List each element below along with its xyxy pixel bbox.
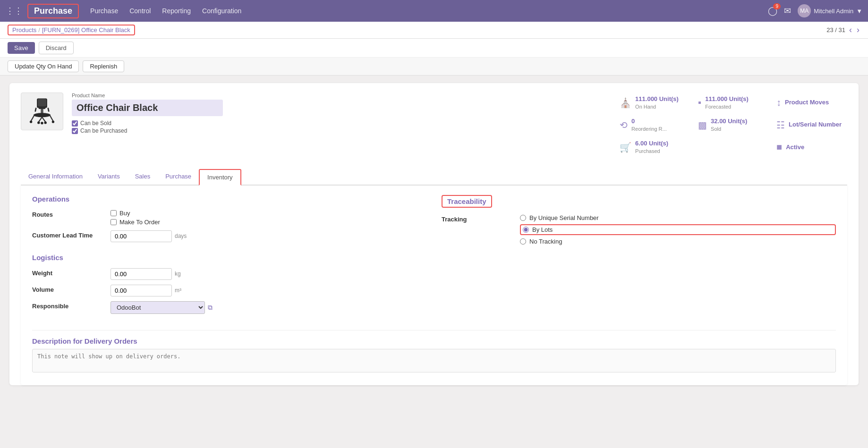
tracking-label: Tracking — [442, 214, 512, 223]
can-be-sold-check[interactable]: Can be Sold — [72, 120, 605, 127]
stat-lot-serial[interactable]: ☷ Lot/Serial Number — [771, 115, 847, 135]
svg-rect-2 — [39, 107, 45, 109]
breadcrumb-separator: / — [38, 26, 40, 34]
tab-general[interactable]: General Information — [21, 169, 90, 186]
inventory-tab-content: Operations Routes Buy M — [21, 186, 847, 385]
svg-point-4 — [34, 113, 51, 117]
grid-icon[interactable]: ⋮⋮ — [6, 6, 23, 16]
tab-variants[interactable]: Variants — [90, 169, 128, 186]
breadcrumb[interactable]: Products / [FURN_0269] Office Chair Blac… — [8, 25, 135, 35]
user-dropdown-icon: ▼ — [856, 8, 862, 15]
lead-time-row: Customer Lead Time days — [32, 230, 426, 242]
can-be-purchased-check[interactable]: Can be Purchased — [72, 127, 605, 134]
lead-time-label: Customer Lead Time — [32, 230, 103, 239]
top-navigation: ⋮⋮ Purchase Purchase Control Reporting C… — [0, 0, 868, 22]
product-image-svg — [25, 96, 59, 127]
responsible-row: Responsible OdooBot ⧉ — [32, 301, 426, 314]
svg-point-13 — [41, 122, 43, 124]
active-value: Active — [786, 144, 804, 152]
purchased-label: Purchased — [635, 148, 668, 154]
breadcrumb-parent[interactable]: Products — [12, 26, 36, 34]
tracking-serial[interactable]: By Unique Serial Number — [520, 214, 836, 221]
weight-unit: kg — [175, 270, 181, 277]
product-checkboxes: Can be Sold Can be Purchased — [72, 120, 605, 134]
stat-reordering[interactable]: ⟲ 0 Reordering R... — [614, 115, 690, 135]
stat-purchased[interactable]: 🛒 6.00 Unit(s) Purchased — [614, 137, 690, 157]
route-buy[interactable]: Buy — [111, 210, 426, 217]
description-title: Description for Delivery Orders — [32, 337, 836, 345]
main-content: Product Name Can be Sold Can be Purchase… — [0, 76, 868, 393]
forecast-icon: ▪ — [698, 97, 701, 108]
notifications-icon[interactable]: ◯ 9 — [768, 6, 777, 16]
sold-icon: ▩ — [698, 119, 707, 131]
nav-configuration[interactable]: Configuration — [202, 7, 241, 15]
responsible-label: Responsible — [32, 301, 103, 310]
stat-sold[interactable]: ▩ 32.00 Unit(s) Sold — [692, 115, 769, 135]
prev-record-button[interactable]: ‹ — [848, 25, 853, 35]
stat-active[interactable]: ■ Active — [771, 137, 847, 157]
active-icon: ■ — [776, 142, 782, 152]
svg-line-6 — [50, 115, 53, 121]
lead-time-input[interactable] — [111, 230, 172, 242]
product-header: Product Name Can be Sold Can be Purchase… — [21, 93, 847, 164]
user-menu[interactable]: MA Mitchell Admin ▼ — [798, 4, 862, 17]
stat-product-moves[interactable]: ↕ Product Moves — [771, 93, 847, 113]
svg-line-5 — [31, 115, 34, 121]
stat-boxes: ⛪ 111.000 Unit(s) On Hand ▪ 111.000 Unit… — [614, 93, 847, 158]
nav-purchase[interactable]: Purchase — [90, 7, 118, 15]
traceability-title: Traceability — [442, 195, 836, 208]
svg-line-8 — [42, 117, 45, 122]
external-link-icon[interactable]: ⧉ — [208, 304, 213, 312]
nav-reporting[interactable]: Reporting — [162, 7, 191, 15]
svg-rect-1 — [38, 99, 46, 106]
purchased-value: 6.00 Unit(s) — [635, 140, 668, 148]
chat-icon[interactable]: ✉ — [784, 6, 791, 16]
product-card: Product Name Can be Sold Can be Purchase… — [9, 83, 859, 385]
tracking-lots[interactable]: By Lots — [520, 224, 836, 235]
svg-point-12 — [44, 121, 47, 124]
discard-button[interactable]: Discard — [39, 42, 74, 54]
tab-inventory[interactable]: Inventory — [199, 169, 241, 186]
can-be-sold-label: Can be Sold — [80, 120, 111, 127]
route-make-to-order[interactable]: Make To Order — [111, 219, 426, 226]
sold-value: 32.00 Unit(s) — [711, 118, 747, 126]
responsible-select[interactable]: OdooBot — [111, 301, 205, 314]
route-mto-label: Make To Order — [119, 219, 160, 226]
next-record-button[interactable]: › — [856, 25, 860, 35]
product-name-input[interactable] — [72, 100, 223, 116]
update-qty-button[interactable]: Update Qty On Hand — [8, 60, 79, 72]
route-buy-label: Buy — [119, 210, 130, 217]
tab-purchase[interactable]: Purchase — [158, 169, 199, 186]
nav-control[interactable]: Control — [129, 7, 151, 15]
action-bar: Save Discard — [0, 39, 868, 58]
tab-sales[interactable]: Sales — [128, 169, 158, 186]
replenish-button[interactable]: Replenish — [83, 60, 124, 72]
on-hand-label: On Hand — [635, 103, 679, 110]
can-be-purchased-label: Can be Purchased — [80, 127, 127, 134]
product-info: Product Name Can be Sold Can be Purchase… — [72, 93, 605, 134]
stat-on-hand[interactable]: ⛪ 111.000 Unit(s) On Hand — [614, 93, 690, 113]
traceability-section: Traceability Tracking By Unique Serial N… — [442, 195, 836, 319]
tracking-lots-label: By Lots — [532, 226, 553, 233]
app-title[interactable]: Purchase — [27, 4, 79, 18]
routes-row: Routes Buy Make To Order — [32, 210, 426, 226]
tracking-row: Tracking By Unique Serial Number By Lots — [442, 214, 836, 245]
on-hand-value: 111.000 Unit(s) — [635, 95, 679, 103]
traceability-title-text: Traceability — [442, 195, 492, 208]
save-button[interactable]: Save — [8, 42, 35, 54]
routes-value: Buy Make To Order — [111, 210, 426, 226]
purchased-icon: 🛒 — [620, 142, 631, 153]
user-name: Mitchell Admin — [814, 8, 853, 15]
stat-forecasted[interactable]: ▪ 111.000 Unit(s) Forecasted — [692, 93, 769, 113]
svg-point-10 — [52, 120, 54, 123]
logistics-title: Logistics — [32, 254, 426, 262]
tracking-none[interactable]: No Tracking — [520, 238, 836, 245]
lot-serial-icon: ☷ — [776, 119, 785, 131]
volume-input[interactable] — [111, 285, 172, 296]
description-textarea[interactable] — [32, 349, 836, 372]
svg-line-7 — [39, 117, 42, 122]
lot-serial-value: Lot/Serial Number — [789, 121, 842, 129]
breadcrumb-bar: Products / [FURN_0269] Office Chair Blac… — [0, 22, 868, 39]
weight-input[interactable] — [111, 268, 172, 280]
breadcrumb-current: [FURN_0269] Office Chair Black — [42, 26, 130, 34]
